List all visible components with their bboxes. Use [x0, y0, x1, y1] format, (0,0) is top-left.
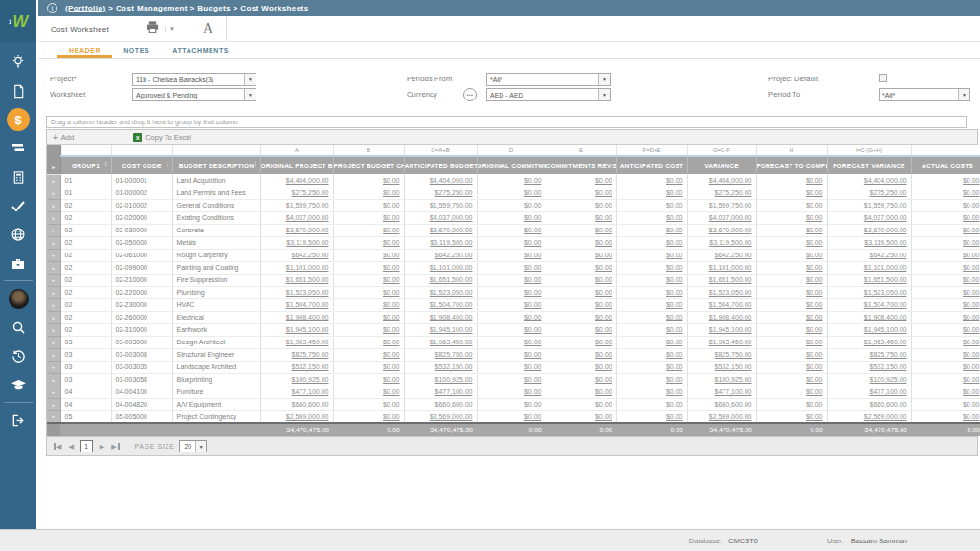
amount-link[interactable]: $0.00: [806, 239, 823, 246]
amount-link[interactable]: $1,945,100.00: [430, 326, 473, 333]
amount-link[interactable]: $0.00: [963, 264, 980, 271]
amount-link[interactable]: $0.00: [524, 364, 542, 370]
amount-link[interactable]: $1,559,750.00: [864, 202, 907, 209]
amount-link[interactable]: $0.00: [963, 227, 980, 233]
amount-link[interactable]: $477,100.00: [715, 388, 752, 395]
amount-link[interactable]: $0.00: [595, 376, 612, 383]
amount-link[interactable]: $0.00: [806, 189, 823, 196]
column-header[interactable]: COMMITMENTS REVISIO: [546, 156, 616, 174]
amount-link[interactable]: $0.00: [524, 326, 542, 333]
last-page-button[interactable]: ▶: [111, 443, 119, 450]
first-page-button[interactable]: ◀: [54, 443, 61, 450]
amount-link[interactable]: $0.00: [666, 276, 683, 283]
amount-link[interactable]: $0.00: [524, 351, 542, 358]
amount-link[interactable]: $0.00: [963, 239, 980, 246]
amount-link[interactable]: $0.00: [666, 264, 683, 271]
amount-link[interactable]: $3,119,500.00: [286, 239, 328, 246]
amount-link[interactable]: $2,569,000.00: [709, 413, 752, 420]
amount-link[interactable]: $0.00: [666, 239, 683, 246]
amount-link[interactable]: $4,404,000.00: [286, 177, 329, 184]
amount-link[interactable]: $0.00: [963, 326, 980, 333]
amount-link[interactable]: $0.00: [383, 351, 400, 358]
amount-link[interactable]: $3,670,000.00: [709, 227, 752, 233]
row-expand-handle[interactable]: ▸: [47, 311, 60, 323]
amount-link[interactable]: $3,119,500.00: [709, 239, 751, 246]
amount-link[interactable]: $0.00: [524, 339, 542, 345]
amount-link[interactable]: $825,750.00: [715, 351, 752, 358]
amount-link[interactable]: $1,559,750.00: [709, 202, 752, 209]
amount-link[interactable]: $0.00: [963, 351, 980, 358]
amount-link[interactable]: $0.00: [595, 401, 612, 408]
amount-link[interactable]: $0.00: [963, 364, 980, 370]
amount-link[interactable]: $0.00: [383, 326, 400, 333]
amount-link[interactable]: $0.00: [595, 314, 612, 320]
amount-link[interactable]: $532,150.00: [435, 364, 473, 370]
amount-link[interactable]: $0.00: [524, 401, 542, 408]
amount-link[interactable]: $0.00: [524, 388, 542, 395]
amount-link[interactable]: $0.00: [595, 326, 612, 333]
info-icon[interactable]: i: [47, 3, 57, 13]
sidebar-item-cost-management[interactable]: $: [0, 105, 36, 134]
row-expand-handle[interactable]: ▸: [47, 174, 60, 187]
header-expand-handle[interactable]: ▸: [47, 145, 60, 174]
tab-header[interactable]: HEADER: [57, 42, 112, 58]
chevron-down-icon[interactable]: ▼: [244, 74, 256, 85]
period-to-select[interactable]: *All* ▼: [879, 88, 970, 101]
amount-link[interactable]: $1,963,450.00: [286, 339, 329, 345]
amount-link[interactable]: $0.00: [383, 252, 400, 258]
amount-link[interactable]: $0.00: [595, 413, 612, 420]
amount-link[interactable]: $532,150.00: [870, 364, 907, 370]
amount-link[interactable]: $0.00: [666, 401, 683, 408]
group-by-drop-zone[interactable]: Drag a column header and drop it here to…: [46, 116, 967, 128]
amount-link[interactable]: $275,250.00: [715, 189, 752, 196]
amount-link[interactable]: $0.00: [383, 364, 400, 370]
amount-link[interactable]: $0.00: [595, 351, 612, 358]
sidebar-item-profile[interactable]: [0, 284, 36, 313]
amount-link[interactable]: $100,925.00: [292, 376, 329, 383]
amount-link[interactable]: $0.00: [806, 364, 823, 370]
sidebar-item-projects[interactable]: [0, 249, 36, 277]
amount-link[interactable]: $0.00: [806, 289, 823, 296]
row-expand-handle[interactable]: ▸: [47, 211, 60, 224]
project-default-checkbox[interactable]: [879, 74, 887, 82]
row-expand-handle[interactable]: ▸: [47, 249, 60, 261]
amount-link[interactable]: $0.00: [524, 301, 542, 308]
amount-link[interactable]: $0.00: [806, 401, 823, 408]
row-expand-handle[interactable]: ▸: [47, 298, 60, 311]
amount-link[interactable]: $0.00: [806, 326, 823, 333]
amount-link[interactable]: $0.00: [963, 189, 980, 196]
amount-link[interactable]: $0.00: [524, 214, 542, 221]
amount-link[interactable]: $0.00: [963, 202, 980, 209]
amount-link[interactable]: $0.00: [666, 364, 683, 370]
amount-link[interactable]: $0.00: [666, 227, 683, 233]
amount-link[interactable]: $275,250.00: [292, 189, 329, 196]
amount-link[interactable]: $4,037,000.00: [709, 214, 752, 221]
amount-link[interactable]: $0.00: [963, 252, 980, 258]
amount-link[interactable]: $1,559,750.00: [430, 202, 473, 209]
amount-link[interactable]: $0.00: [666, 189, 683, 196]
amount-link[interactable]: $477,100.00: [870, 388, 907, 395]
amount-link[interactable]: $1,504,700.00: [286, 301, 329, 308]
amount-link[interactable]: $1,523,050.00: [709, 289, 752, 296]
amount-link[interactable]: $642,250.00: [715, 252, 752, 258]
amount-link[interactable]: $0.00: [524, 314, 542, 320]
column-header[interactable]: ANTICIPATED COST: [616, 156, 687, 174]
amount-link[interactable]: $1,908,400.00: [430, 314, 473, 320]
amount-link[interactable]: $275,250.00: [870, 189, 907, 196]
amount-link[interactable]: $0.00: [524, 289, 542, 296]
amount-link[interactable]: $642,250.00: [870, 252, 907, 258]
column-header[interactable]: ANTICIPATED BUDGET: [404, 156, 477, 174]
amount-link[interactable]: $0.00: [524, 376, 542, 383]
amount-link[interactable]: $0.00: [595, 276, 612, 283]
amount-link[interactable]: $0.00: [595, 339, 612, 345]
amount-link[interactable]: $0.00: [806, 214, 823, 221]
column-menu-icon[interactable]: ⋮: [252, 161, 258, 168]
amount-link[interactable]: $0.00: [666, 388, 683, 395]
amount-link[interactable]: $0.00: [666, 177, 683, 184]
tab-notes[interactable]: NOTES: [112, 42, 161, 58]
amount-link[interactable]: $0.00: [963, 339, 980, 345]
row-expand-handle[interactable]: ▸: [47, 224, 60, 236]
column-header[interactable]: PROJECT BUDGET CHAN: [333, 156, 404, 174]
amount-link[interactable]: $825,750.00: [435, 351, 473, 358]
amount-link[interactable]: $0.00: [383, 276, 400, 283]
